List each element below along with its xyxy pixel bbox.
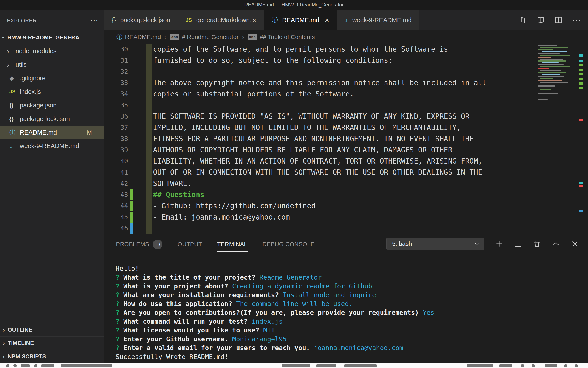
code-text: THE SOFTWARE IS PROVIDED "AS IS", WITHOU…: [153, 111, 469, 122]
editor-line: 32: [104, 66, 588, 77]
breadcrumb-item-file[interactable]: ⓘ README.md: [116, 33, 161, 41]
editor-line: 34copies or substantial portions of the …: [104, 88, 588, 100]
minimap[interactable]: [538, 45, 574, 233]
chevron-right-icon: ›: [164, 33, 166, 41]
minimap-line: [538, 99, 548, 100]
file-item-label: index.js: [20, 88, 41, 95]
terminal-line: Hello!: [116, 264, 434, 273]
terminal-answer: Monicarangel95: [232, 335, 287, 343]
split-editor-icon[interactable]: [554, 16, 563, 24]
problems-count-badge: 13: [153, 239, 163, 249]
file-item-index-js[interactable]: JSindex.js: [0, 85, 104, 99]
tab-generate-markdown-js[interactable]: JS generateMarkdown.js: [178, 10, 264, 30]
close-panel-button[interactable]: [571, 240, 579, 248]
line-number: 34: [104, 88, 128, 100]
panel-tab-problems[interactable]: PROBLEMS 13: [116, 235, 163, 254]
json-file-icon: {}: [9, 116, 20, 122]
editor-actions: ⋯: [519, 10, 588, 30]
minimap-line: [538, 53, 560, 54]
file-item-node-modules[interactable]: ›node_modules: [0, 44, 104, 58]
minimap-line: [538, 72, 566, 73]
open-preview-icon[interactable]: [537, 16, 545, 24]
window-titlebar: README.md — HMW-9-ReadMe_Generator: [0, 0, 588, 10]
line-number: 44: [104, 200, 128, 212]
terminal-text: Hello!: [116, 265, 139, 272]
file-item-week-9-readme-md[interactable]: ↓week-9-README.md: [0, 139, 104, 153]
code-editor[interactable]: 30copies of the Software, and to permit …: [104, 44, 588, 234]
file-item-package-json[interactable]: {}package.json: [0, 99, 104, 112]
terminal-output[interactable]: Hello!? What is the title of your projec…: [116, 264, 434, 361]
ruler-mark: [579, 69, 583, 71]
sidebar-section-timeline[interactable]: › TIMELINE: [0, 336, 104, 350]
code-text: IMPLIED, INCLUDING BUT NOT LIMITED TO TH…: [153, 122, 461, 133]
file-item-package-lock-json[interactable]: {}package-lock.json: [0, 112, 104, 126]
minimap-line: [538, 85, 555, 86]
close-tab-icon[interactable]: ×: [325, 16, 329, 24]
terminal-shell-select[interactable]: 5: bash: [386, 238, 484, 250]
tab-readme-md[interactable]: ⓘ README.md ×: [264, 10, 337, 30]
file-item-label: .gitignore: [20, 75, 46, 82]
editor-line: 33The above copyright notice and this pe…: [104, 77, 588, 88]
line-number: 32: [104, 66, 128, 77]
explorer-actions-icon[interactable]: ⋯: [90, 18, 98, 23]
editor-line: 40LIABILITY, WHETHER IN AN ACTION OF CON…: [104, 156, 588, 167]
chevron-right-icon: ›: [3, 326, 5, 334]
ruler-mark: [579, 87, 583, 89]
explorer-title: EXPLORER: [7, 18, 37, 24]
git-gutter-blue-icon: [130, 223, 133, 234]
overview-ruler[interactable]: [579, 44, 583, 234]
status-bar[interactable]: [0, 363, 588, 368]
terminal-answer: MIT: [263, 326, 275, 334]
sidebar-section-outline[interactable]: › OUTLINE: [0, 323, 104, 336]
breadcrumb-label: README.md: [125, 34, 161, 40]
more-actions-icon[interactable]: ⋯: [572, 15, 581, 25]
breadcrumb-item-h1[interactable]: abc # Readme Generator: [170, 34, 239, 40]
breadcrumb: ⓘ README.md › abc # Readme Generator › a…: [104, 30, 588, 44]
readme-info-icon: ⓘ: [272, 16, 278, 24]
terminal-question: What command will run your test?: [123, 318, 252, 325]
readme-info-icon: ⓘ: [9, 129, 20, 137]
panel-tab-terminal[interactable]: TERMINAL: [217, 237, 248, 252]
terminal-answer: Readme Generator: [259, 274, 322, 281]
line-number: 37: [104, 122, 128, 133]
file-item-readme-md[interactable]: ⓘREADME.mdM: [0, 126, 104, 139]
url-link[interactable]: https://github.com/undefined: [196, 202, 315, 210]
panel-tab-label: OUTPUT: [178, 241, 202, 248]
open-changes-icon[interactable]: [519, 16, 527, 24]
project-root-folder[interactable]: › HMW-9-README_GENERA...: [0, 33, 104, 42]
ruler-mark: [579, 64, 583, 66]
maximize-panel-button[interactable]: [552, 240, 560, 248]
file-item--gitignore[interactable]: ◆.gitignore: [0, 72, 104, 85]
panel-tab-label: DEBUG CONSOLE: [263, 241, 315, 248]
minimap-line: [538, 68, 549, 69]
panel-tab-output[interactable]: OUTPUT: [177, 237, 202, 252]
breadcrumb-item-h2[interactable]: abc ## Table of Contents: [248, 34, 315, 40]
breadcrumb-label: # Readme Generator: [182, 34, 239, 40]
tab-label: week-9-README.md: [352, 17, 412, 24]
editor-line: 43## Questions: [104, 189, 588, 200]
question-mark: ?: [116, 335, 123, 343]
terminal-question: What is your project about?: [123, 282, 232, 290]
sidebar-section-npm-scripts[interactable]: › NPM SCRIPTS: [0, 350, 104, 363]
tab-week-9-readme-md[interactable]: ↓ week-9-README.md: [337, 10, 420, 30]
minimap-line: [542, 62, 559, 64]
kill-terminal-button[interactable]: [533, 240, 541, 248]
code-text: SOFTWARE.: [153, 178, 192, 189]
question-mark: ?: [116, 344, 123, 352]
new-terminal-button[interactable]: [495, 240, 503, 248]
code-text: copies or substantial portions of the So…: [153, 88, 354, 100]
panel-tab-debug-console[interactable]: DEBUG CONSOLE: [262, 237, 315, 252]
terminal-question: Enter a valid email for your users to re…: [123, 344, 314, 352]
editor-line: 39AUTHORS OR COPYRIGHT HOLDERS BE LIABLE…: [104, 144, 588, 156]
tab-package-lock-json[interactable]: {} package-lock.json: [104, 10, 178, 30]
tab-label: generateMarkdown.js: [196, 17, 256, 24]
file-item-utils[interactable]: ›utils: [0, 58, 104, 72]
split-terminal-button[interactable]: [514, 240, 522, 248]
json-file-icon: {}: [112, 17, 116, 24]
editor-line: 45- Email: joanna.monica@yahoo.com: [104, 212, 588, 223]
terminal-line: ? What command will run your test? index…: [116, 317, 434, 326]
section-label: NPM SCRIPTS: [8, 353, 46, 360]
minimap-line: [538, 93, 558, 94]
chevron-right-icon: ›: [242, 33, 244, 41]
question-mark: ?: [116, 326, 123, 334]
